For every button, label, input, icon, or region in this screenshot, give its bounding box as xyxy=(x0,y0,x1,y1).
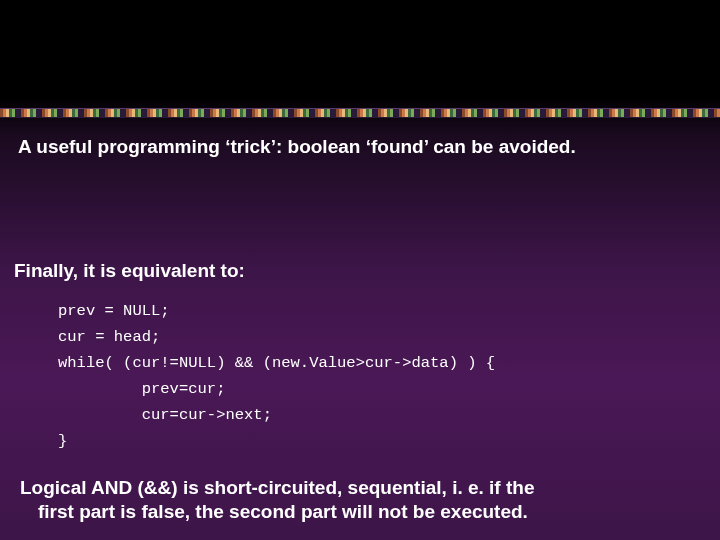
code-line: } xyxy=(58,432,67,450)
decorative-divider xyxy=(0,108,720,118)
slide-heading: A useful programming ‘trick’: boolean ‘f… xyxy=(18,136,576,158)
code-line: prev = NULL; xyxy=(58,302,170,320)
code-block: prev = NULL; cur = head; while( (cur!=NU… xyxy=(58,298,495,454)
slide-subheading: Finally, it is equivalent to: xyxy=(14,260,245,282)
code-line: while( (cur!=NULL) && (new.Value>cur->da… xyxy=(58,354,495,372)
code-line: prev=cur; xyxy=(58,380,225,398)
footnote-line: first part is false, the second part wil… xyxy=(20,500,690,524)
code-line: cur = head; xyxy=(58,328,160,346)
footnote-line: Logical AND (&&) is short-circuited, seq… xyxy=(20,477,534,498)
slide-footnote: Logical AND (&&) is short-circuited, seq… xyxy=(20,476,690,525)
code-line: cur=cur->next; xyxy=(58,406,272,424)
